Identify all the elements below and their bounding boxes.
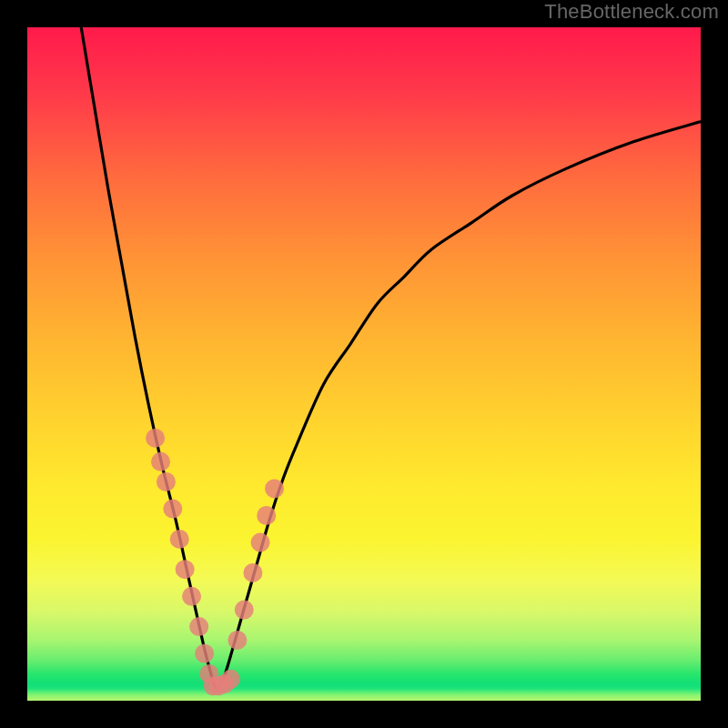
data-dot bbox=[189, 617, 208, 636]
data-dot bbox=[176, 560, 195, 579]
attribution-text: TheBottleneck.com bbox=[544, 0, 719, 27]
data-dot bbox=[151, 452, 170, 471]
data-dot bbox=[228, 631, 247, 650]
data-dot bbox=[170, 530, 189, 549]
data-dot bbox=[257, 506, 276, 525]
curve-layer bbox=[27, 27, 701, 701]
data-dot bbox=[251, 533, 270, 552]
data-dot bbox=[235, 601, 254, 620]
data-dot bbox=[221, 670, 240, 689]
data-dot bbox=[146, 429, 165, 448]
chart-frame: TheBottleneck.com bbox=[0, 0, 728, 728]
plot-region bbox=[27, 27, 701, 701]
data-dot bbox=[182, 587, 201, 606]
data-dot bbox=[163, 500, 182, 519]
data-dot bbox=[265, 479, 284, 498]
bottleneck-curve bbox=[81, 27, 701, 688]
data-dot bbox=[243, 563, 262, 582]
bottleneck-curve-path bbox=[81, 27, 701, 688]
data-dot bbox=[157, 472, 176, 491]
data-dot bbox=[195, 644, 214, 663]
dots-group bbox=[146, 429, 284, 695]
